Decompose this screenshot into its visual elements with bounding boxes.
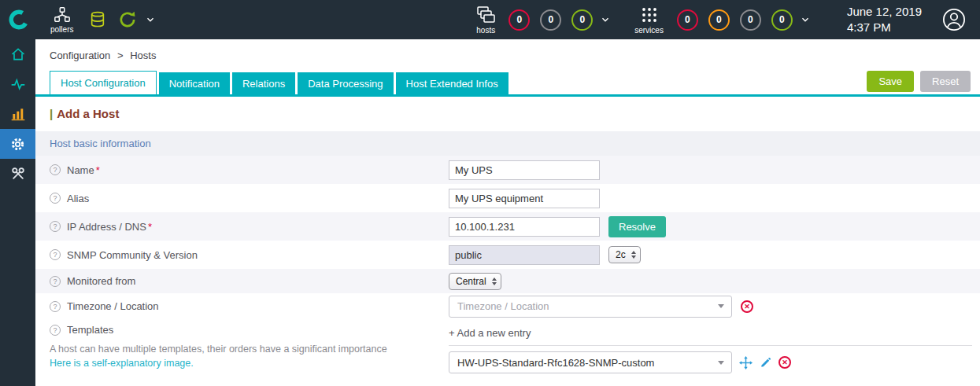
tab-host-configuration[interactable]: Host Configuration [50,71,157,94]
tab-data-processing[interactable]: Data Processing [298,72,393,94]
help-icon[interactable]: ? [50,325,61,336]
sidebar [0,39,35,386]
template-remove-icon[interactable]: ✕ [778,356,791,369]
form-row-ip: ? IP Address / DNS* Resolve [35,212,980,241]
tab-bar: Host Configuration Notification Relation… [35,71,980,97]
sidebar-item-administration[interactable] [0,159,35,189]
timezone-select[interactable]: Timezone / Location [449,296,732,318]
resolve-button[interactable]: Resolve [608,216,666,237]
form-row-name: ? Name* [35,156,980,184]
services-unknown-counter[interactable]: 0 [740,9,761,31]
centreon-logo-icon [9,9,29,30]
snmp-label: SNMP Community & Version [67,249,198,261]
sidebar-item-monitoring[interactable] [0,69,35,99]
dropdown-arrow-icon [711,296,731,317]
hosts-up-counter[interactable]: 0 [571,9,593,31]
select-stepper-icon [631,251,636,259]
required-asterisk: * [96,164,100,176]
help-icon[interactable]: ? [50,301,61,312]
save-button[interactable]: Save [867,71,914,92]
help-icon[interactable]: ? [50,249,61,260]
pollers-label: pollers [50,25,73,34]
services-warning-counter[interactable]: 0 [708,9,730,31]
centreon-logo[interactable] [0,0,38,39]
snmp-community-input[interactable] [449,245,600,265]
hosts-menu[interactable]: hosts [476,6,495,35]
breadcrumb-hosts[interactable]: Hosts [130,50,156,61]
user-avatar-icon [942,8,966,31]
snmp-version-select[interactable]: 2c [608,246,641,263]
form-row-timezone: ? Timezone / Location Timezone / Locatio… [35,293,980,319]
services-icon [640,6,659,24]
services-critical-counter[interactable]: 0 [677,9,698,31]
form-row-snmp: ? SNMP Community & Version 2c [35,241,980,269]
centreon-app: pollers [0,0,980,386]
timezone-placeholder: Timezone / Location [449,300,711,312]
services-ok-counter[interactable]: 0 [771,9,793,31]
add-template-entry-link[interactable]: + Add a new entry [449,324,972,346]
tab-notification[interactable]: Notification [159,72,230,94]
help-icon[interactable]: ? [50,193,61,204]
page-title-prefix: | [50,107,53,120]
timezone-label: Timezone / Location [67,300,159,312]
tab-relations[interactable]: Relations [232,72,295,94]
template-move-icon[interactable] [739,356,753,369]
hosts-label: hosts [476,26,495,35]
form-row-alias: ? Alias [35,184,980,212]
ip-label: IP Address / DNS* [67,221,152,233]
poller-dropdown-chevron-icon[interactable] [145,14,156,25]
breadcrumb-configuration[interactable]: Configuration [50,50,110,61]
timezone-clear-icon[interactable]: ✕ [741,300,753,313]
pollers-menu[interactable]: pollers [50,6,73,34]
reset-button[interactable]: Reset [920,71,971,92]
user-menu[interactable] [942,8,966,31]
services-menu[interactable]: services [634,6,664,35]
form-row-monitored-from: ? Monitored from Central [35,269,980,293]
breadcrumb-separator: > [117,50,124,61]
ip-input[interactable] [449,217,600,237]
name-input[interactable] [449,160,600,180]
administration-tools-icon [10,166,26,182]
page-title: |Add a Host [35,97,980,127]
breadcrumb: Configuration > Hosts [35,39,980,71]
reporting-chart-icon [10,106,26,122]
help-icon[interactable]: ? [50,164,61,175]
configuration-gear-icon [9,136,26,153]
form-actions: Save Reset [867,71,971,92]
dropdown-arrow-icon [711,352,731,373]
template-select[interactable]: HW-UPS-Standard-Rfc1628-SNMP-custom [449,351,732,373]
templates-label: Templates [67,324,113,336]
page-title-text: Add a Host [57,107,119,120]
required-asterisk: * [148,221,152,233]
services-label: services [634,26,664,35]
template-selected-value: HW-UPS-Standard-Rfc1628-SNMP-custom [449,357,711,369]
templates-help-link[interactable]: Here is a self-explanatory image. [50,358,194,369]
monitored-from-select[interactable]: Central [449,273,501,290]
help-icon[interactable]: ? [50,221,61,232]
sidebar-item-reporting[interactable] [0,99,35,129]
alias-input[interactable] [449,189,600,208]
tab-host-extended-infos[interactable]: Host Extended Infos [396,72,508,94]
monitored-from-label: Monitored from [67,275,135,287]
alias-label: Alias [67,193,89,204]
sidebar-item-configuration[interactable] [0,129,35,159]
hosts-dropdown-chevron-icon[interactable] [600,14,611,25]
clock: June 12, 2019 4:37 PM [847,4,922,36]
name-label: Name* [67,164,100,176]
services-dropdown-chevron-icon[interactable] [800,14,811,25]
pollers-icon [54,6,71,24]
top-bar: pollers [0,0,980,39]
help-icon[interactable]: ? [50,276,61,287]
home-icon [10,46,26,62]
section-host-basic-information: Host basic information [35,131,980,156]
hosts-unreachable-counter[interactable]: 0 [540,9,561,31]
poller-state-ok-icon[interactable] [117,9,138,30]
monitoring-pulse-icon [10,76,26,92]
sidebar-item-home[interactable] [0,39,35,69]
form-row-create-services: ? Create Services linked to the Template… [35,380,980,386]
database-status-icon[interactable] [89,11,106,28]
select-stepper-icon [492,278,497,285]
hosts-critical-counter[interactable]: 0 [508,9,530,31]
main-content: Configuration > Hosts Host Configuration… [35,39,980,386]
template-edit-pencil-icon[interactable] [760,357,771,369]
